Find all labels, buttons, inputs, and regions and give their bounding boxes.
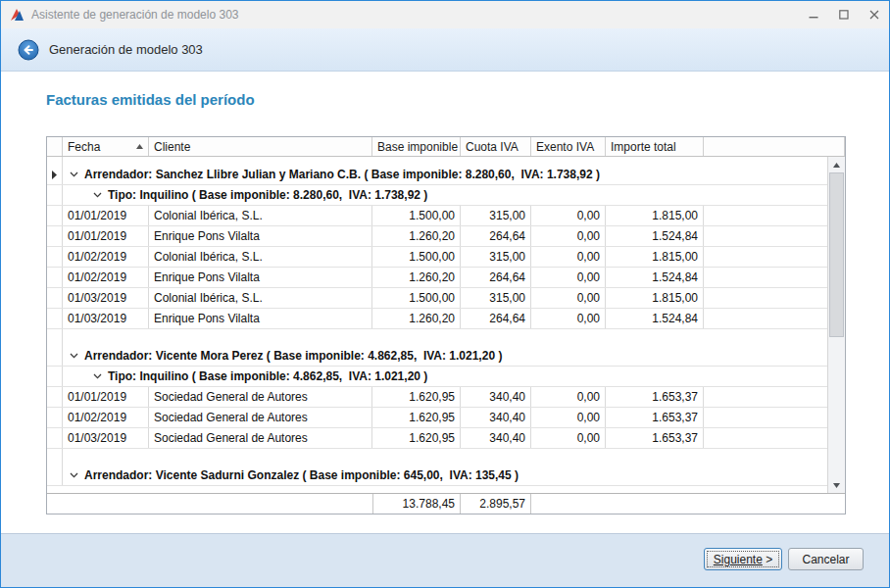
row-indicator-cell xyxy=(47,165,63,184)
group-label: Arrendador: Sanchez Llibre Julian y Mari… xyxy=(84,168,600,181)
spacer-filler xyxy=(63,329,827,346)
close-button[interactable] xyxy=(859,1,889,28)
cell-fecha: 01/02/2019 xyxy=(63,408,149,427)
next-button[interactable]: Siguiente > xyxy=(704,548,782,570)
column-header-cuota-iva[interactable]: Cuota IVA xyxy=(461,137,531,156)
group-header-cell: Tipo: Inquilino ( Base imponible: 4.862,… xyxy=(63,367,827,386)
group-header-cell: Tipo: Inquilino ( Base imponible: 8.280,… xyxy=(63,185,827,205)
column-header-base-imponible[interactable]: Base imponible xyxy=(372,137,461,156)
cell-importe-total: 1.653,37 xyxy=(606,428,704,448)
cell-cliente: Sociedad General de Autores xyxy=(149,408,372,427)
summary-exento-cell xyxy=(531,494,606,514)
collapse-chevron-icon[interactable] xyxy=(70,353,78,359)
minimize-button[interactable] xyxy=(798,1,828,28)
cell-base-imponible: 1.260,20 xyxy=(372,226,461,246)
collapse-chevron-icon[interactable] xyxy=(70,472,78,478)
invoice-row[interactable]: 01/02/2019Colonial Ibérica, S.L.1.500,00… xyxy=(47,247,827,268)
cell-cliente: Sociedad General de Autores xyxy=(149,428,372,448)
row-indicator-cell xyxy=(47,367,63,386)
invoice-row[interactable]: 01/03/2019Colonial Ibérica, S.L.1.500,00… xyxy=(47,288,827,309)
group-header-cell: Arrendador: Sanchez Llibre Julian y Mari… xyxy=(63,165,827,184)
cell-base-imponible: 1.620,95 xyxy=(372,408,461,427)
invoice-row[interactable]: 01/01/2019Enrique Pons Vilalta1.260,2026… xyxy=(47,226,827,247)
cell-cliente: Colonial Ibérica, S.L. xyxy=(149,288,372,308)
subgroup-row[interactable]: Tipo: Inquilino ( Base imponible: 8.280,… xyxy=(47,185,827,206)
column-header-cliente[interactable]: Cliente xyxy=(149,137,372,156)
cell-base-imponible: 1.620,95 xyxy=(372,428,461,448)
cell-base-imponible: 1.500,00 xyxy=(372,288,461,308)
next-button-label: Siguiente xyxy=(714,553,763,566)
app-icon xyxy=(10,8,25,23)
cell-exento-iva: 0,00 xyxy=(531,387,606,407)
row-filler-cell xyxy=(704,288,827,308)
indicator-header-cell xyxy=(47,137,63,156)
scroll-up-button[interactable] xyxy=(828,157,845,172)
cell-importe-total: 1.653,37 xyxy=(606,408,704,427)
cell-importe-total: 1.524,84 xyxy=(606,309,704,328)
cell-cliente: Enrique Pons Vilalta xyxy=(149,268,372,287)
column-header-importe-total[interactable]: Importe total xyxy=(606,137,704,156)
row-indicator-cell xyxy=(47,309,63,328)
vertical-scrollbar[interactable] xyxy=(827,157,845,493)
window-titlebar[interactable]: Asistente de generación de modelo 303 xyxy=(1,1,889,28)
spacer-filler xyxy=(63,157,827,165)
cell-fecha: 01/01/2019 xyxy=(63,387,149,407)
column-label: Base imponible xyxy=(377,140,458,154)
row-indicator-cell xyxy=(47,157,63,165)
group-row[interactable]: Arrendador: Vicente Mora Perez ( Base im… xyxy=(47,346,827,367)
row-filler-cell xyxy=(704,309,827,328)
cell-fecha: 01/03/2019 xyxy=(63,309,149,328)
collapse-chevron-icon[interactable] xyxy=(93,373,102,379)
cell-base-imponible: 1.500,00 xyxy=(372,206,461,225)
restore-button[interactable] xyxy=(828,1,859,28)
cell-importe-total: 1.524,84 xyxy=(606,226,704,246)
cell-cuota-iva: 315,00 xyxy=(461,288,531,308)
group-spacer-row xyxy=(47,157,827,165)
group-row[interactable]: Arrendador: Vicente Sadurni Gonzalez ( B… xyxy=(47,466,827,486)
invoice-row[interactable]: 01/02/2019Sociedad General de Autores1.6… xyxy=(47,408,827,428)
invoice-row[interactable]: 01/01/2019Colonial Ibérica, S.L.1.500,00… xyxy=(47,206,827,226)
close-icon xyxy=(869,10,879,20)
subgroup-row[interactable]: Tipo: Inquilino ( Base imponible: 4.862,… xyxy=(47,367,827,387)
group-row[interactable]: Arrendador: Sanchez Llibre Julian y Mari… xyxy=(47,165,827,185)
row-indicator-cell xyxy=(47,247,63,267)
cell-exento-iva: 0,00 xyxy=(531,268,606,287)
column-header-fecha[interactable]: Fecha xyxy=(63,137,149,156)
column-header-exento-iva[interactable]: Exento IVA xyxy=(531,137,606,156)
collapse-chevron-icon[interactable] xyxy=(93,192,102,198)
cell-cliente: Colonial Ibérica, S.L. xyxy=(149,247,372,267)
scroll-up-icon xyxy=(833,163,840,168)
cell-cuota-iva: 264,64 xyxy=(461,309,531,328)
scrollbar-thumb[interactable] xyxy=(829,172,844,337)
row-indicator-cell xyxy=(47,408,63,427)
summary-cliente-cell xyxy=(149,494,372,514)
cell-cliente: Sociedad General de Autores xyxy=(149,387,372,407)
invoice-row[interactable]: 01/03/2019Enrique Pons Vilalta1.260,2026… xyxy=(47,309,827,329)
cancel-button[interactable]: Cancelar xyxy=(788,548,864,570)
wizard-window: Asistente de generación de modelo 303 Ge… xyxy=(0,0,890,588)
grid-summary-row: 13.788,45 2.895,57 xyxy=(47,493,845,514)
cell-exento-iva: 0,00 xyxy=(531,247,606,267)
row-filler-cell xyxy=(704,268,827,287)
collapse-chevron-icon[interactable] xyxy=(70,172,78,177)
current-row-arrow-icon xyxy=(52,171,57,179)
row-filler-cell xyxy=(704,206,827,225)
cell-fecha: 01/02/2019 xyxy=(63,268,149,287)
cell-cuota-iva: 264,64 xyxy=(461,226,531,246)
group-header-cell: Arrendador: Vicente Sadurni Gonzalez ( B… xyxy=(63,466,827,485)
wizard-header: Generación de modelo 303 xyxy=(1,28,889,72)
invoice-row[interactable]: 01/03/2019Sociedad General de Autores1.6… xyxy=(47,428,827,449)
summary-fecha-cell xyxy=(63,494,149,514)
back-button[interactable] xyxy=(18,39,39,61)
cell-cuota-iva: 315,00 xyxy=(461,206,531,225)
invoice-row[interactable]: 01/02/2019Enrique Pons Vilalta1.260,2026… xyxy=(47,268,827,288)
row-indicator-cell xyxy=(47,226,63,246)
scroll-down-button[interactable] xyxy=(828,477,845,493)
invoice-row[interactable]: 01/01/2019Sociedad General de Autores1.6… xyxy=(47,387,827,408)
cell-cliente: Enrique Pons Vilalta xyxy=(149,309,372,328)
column-header-filler xyxy=(704,137,845,156)
row-indicator-cell xyxy=(47,428,63,448)
wizard-page: Facturas emitidas del período Fecha Clie… xyxy=(1,72,889,533)
grid-body: Arrendador: Sanchez Llibre Julian y Mari… xyxy=(47,157,827,493)
scrollbar-track[interactable] xyxy=(828,172,845,477)
